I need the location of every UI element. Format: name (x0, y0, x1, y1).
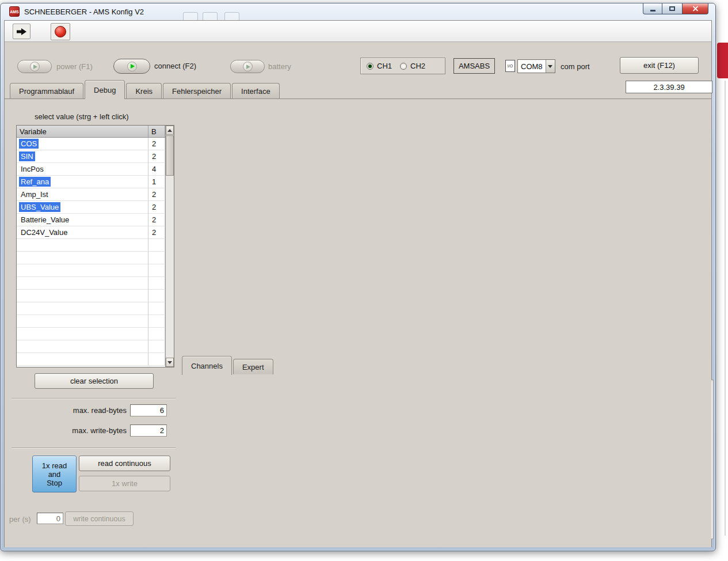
stop-button[interactable] (51, 23, 70, 40)
read-once-stop-button[interactable]: 1x read and Stop (32, 456, 77, 492)
variable-name-cell[interactable] (17, 264, 148, 277)
battery-label: battery (268, 62, 291, 71)
variable-row[interactable]: COS2 (17, 138, 174, 150)
variable-row[interactable]: UBS_Value2 (17, 201, 174, 214)
variable-row[interactable]: DC24V_Value2 (17, 226, 174, 239)
variable-row[interactable] (17, 340, 174, 353)
tab-channels[interactable]: Channels (182, 356, 232, 375)
scroll-up-button[interactable] (166, 126, 174, 135)
variable-name-cell[interactable]: SIN (17, 150, 148, 163)
variable-name-cell[interactable] (17, 252, 148, 264)
variable-name-cell[interactable] (17, 239, 148, 252)
variable-row[interactable]: SIN2 (17, 150, 174, 163)
connect-toggle[interactable] (113, 59, 150, 74)
tab-interface[interactable]: Interface (232, 83, 280, 98)
tab-fehlerspeicher[interactable]: Fehlerspeicher (163, 83, 231, 98)
variable-row[interactable]: Ref_ana1 (17, 176, 174, 188)
tab-kreis[interactable]: Kreis (126, 83, 162, 98)
minimize-button[interactable] (643, 3, 662, 14)
close-button[interactable] (682, 3, 708, 14)
variable-row[interactable] (17, 302, 174, 315)
run-button[interactable] (13, 24, 31, 39)
exit-button[interactable]: exit (F12) (620, 57, 699, 74)
bottom-tab-strip: ChannelsExpert (182, 357, 275, 375)
variable-row[interactable]: Batterie_Value2 (17, 214, 174, 226)
ch1-radio[interactable] (367, 63, 373, 70)
variable-row[interactable] (17, 315, 174, 328)
version-box: 2.3.39.39 (626, 81, 712, 93)
variable-table-scrollbar[interactable] (165, 126, 174, 367)
variable-bytes-cell[interactable] (148, 277, 165, 290)
power-toggle[interactable] (17, 60, 52, 73)
tab-expert[interactable]: Expert (233, 359, 273, 374)
tab-programmablauf[interactable]: Programmablauf (10, 83, 83, 98)
read-bytes-field[interactable]: 6 (130, 404, 167, 416)
read-continuous-button[interactable]: read continuous (79, 456, 170, 471)
variable-table: Variable B COS2SIN2IncPos4Ref_ana1Amp_Is… (16, 125, 174, 367)
variable-bytes-cell[interactable]: 2 (148, 214, 165, 226)
read-once-line: and (48, 470, 61, 479)
variable-name-cell[interactable] (17, 353, 148, 366)
variable-bytes-cell[interactable] (148, 328, 165, 340)
scroll-down-button[interactable] (166, 358, 174, 367)
variable-bytes-cell[interactable] (148, 353, 165, 366)
variable-bytes-cell[interactable] (148, 302, 165, 315)
combo-dropdown-button[interactable] (546, 60, 555, 73)
clear-selection-button[interactable]: clear selection (35, 373, 154, 389)
variable-name-cell[interactable]: Ref_ana (17, 176, 148, 188)
variable-row[interactable]: IncPos4 (17, 163, 174, 176)
variable-bytes-cell[interactable]: 2 (148, 226, 165, 239)
variable-name-cell[interactable]: Amp_Ist (17, 188, 148, 201)
variable-row[interactable] (17, 328, 174, 340)
write-bytes-field[interactable]: 2 (130, 424, 167, 437)
variable-name-cell[interactable] (17, 290, 148, 302)
scroll-thumb[interactable] (166, 135, 174, 176)
variable-name-cell[interactable]: UBS_Value (17, 201, 148, 214)
write-continuous-button[interactable]: write continuous (65, 511, 134, 526)
battery-toggle[interactable] (230, 60, 265, 73)
variable-name-cell[interactable]: DC24V_Value (17, 226, 148, 239)
close-icon (692, 6, 699, 12)
channel-select-panel: CH1 CH2 (360, 58, 445, 74)
select-value-header: select value (strg + left click) (35, 112, 129, 121)
visa-io-icon: I/O (505, 60, 515, 72)
variable-bytes-cell[interactable] (148, 252, 165, 264)
variable-name-cell[interactable] (17, 328, 148, 340)
maximize-button[interactable] (662, 3, 682, 14)
variable-bytes-cell[interactable]: 2 (148, 188, 165, 201)
variable-bytes-cell[interactable]: 4 (148, 163, 165, 176)
tab-debug[interactable]: Debug (85, 80, 125, 99)
variable-row[interactable] (17, 252, 174, 264)
arrow-down-icon (167, 361, 172, 364)
variable-name-cell[interactable]: IncPos (17, 163, 148, 176)
app-icon: AMS (9, 6, 20, 17)
variable-bytes-cell[interactable] (148, 290, 165, 302)
variable-row[interactable] (17, 353, 174, 366)
variable-row[interactable]: Amp_Ist2 (17, 188, 174, 201)
variable-bytes-cell[interactable] (148, 340, 165, 353)
variable-bytes-cell[interactable]: 2 (148, 150, 165, 163)
variable-bytes-cell[interactable] (148, 239, 165, 252)
variable-bytes-cell[interactable] (148, 315, 165, 328)
connect-led-icon (127, 62, 137, 71)
variable-name-cell[interactable]: COS (17, 138, 148, 150)
variable-bytes-cell[interactable]: 2 (148, 201, 165, 214)
variable-name-cell[interactable]: Batterie_Value (17, 214, 148, 226)
variable-row[interactable] (17, 290, 174, 302)
variable-row[interactable] (17, 277, 174, 290)
ch2-radio[interactable] (400, 63, 407, 70)
variable-row[interactable] (17, 239, 174, 252)
variable-row[interactable] (17, 264, 174, 277)
variable-name-cell[interactable] (17, 315, 148, 328)
variable-name-cell[interactable] (17, 340, 148, 353)
per-second-field[interactable]: 0 (37, 513, 63, 524)
com-port-combobox[interactable]: COM8 (517, 59, 555, 73)
variable-bytes-cell[interactable]: 2 (148, 138, 165, 150)
variable-bytes-cell[interactable] (148, 264, 165, 277)
variable-name-cell[interactable] (17, 277, 148, 290)
write-once-button[interactable]: 1x write (79, 476, 170, 491)
variable-name-cell[interactable] (17, 302, 148, 315)
background-window-edge (725, 81, 726, 536)
variable-bytes-cell[interactable]: 1 (148, 176, 165, 188)
window-title: SCHNEEBERGER - AMS Konfig V2 (24, 7, 144, 16)
